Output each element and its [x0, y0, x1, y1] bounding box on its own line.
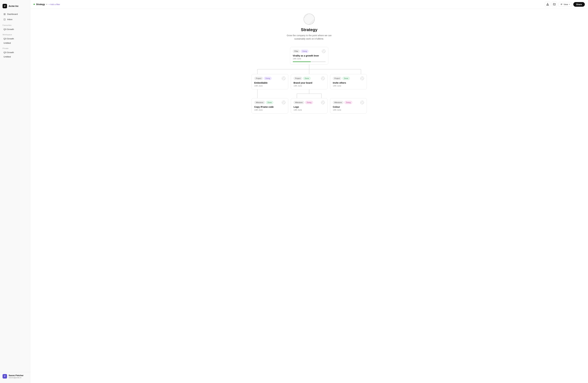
- milestones-row: Milestone Done Copy iFrame code 14th Jun…: [252, 98, 367, 113]
- section-label-favourites: Favourites: [0, 22, 30, 27]
- company-name: Acme Inc: [9, 5, 19, 7]
- dashboard-label: Dashboard: [7, 13, 18, 15]
- section-label-workspace: Workspace: [0, 31, 30, 37]
- user-avatar: P: [2, 374, 7, 379]
- svg-rect-2: [547, 5, 548, 5]
- sidebar-footer[interactable]: P Saxon Fletcher saxon@poda.io: [0, 372, 30, 381]
- sidebar-item-priv-q3[interactable]: Q3 Growth: [1, 50, 29, 55]
- milestone-badge-2: Milestone: [333, 101, 343, 104]
- chevron-down-icon[interactable]: ▾: [46, 3, 47, 5]
- milestone-title-1: Logo: [294, 106, 325, 108]
- project-badge-1: Project: [294, 77, 302, 80]
- user-info: Saxon Fletcher saxon@poda.io: [9, 374, 23, 379]
- milestone-1-icon: [321, 101, 325, 104]
- pillar-progress-fill: [293, 62, 311, 62]
- topbar-right: View ▾ Share: [545, 1, 585, 7]
- project-2-icon: [360, 76, 364, 80]
- milestone-badge-1: Milestone: [294, 101, 304, 104]
- main-area: Strategy ▾ + Add a filter: [30, 0, 588, 383]
- sidebar-item-ws-q3[interactable]: Q3 Growth: [1, 37, 29, 41]
- strategy-tree: Pillar Doing Virality as a growth lever …: [221, 47, 397, 113]
- svg-rect-0: [547, 3, 548, 4]
- project-date-0: 14th June: [254, 85, 286, 87]
- sidebar: P Acme Inc ⊞ Dashboard ⊡ Inbox Favourite…: [0, 0, 30, 383]
- share-button[interactable]: Share: [573, 2, 585, 7]
- add-filter-button[interactable]: + Add a filter: [48, 3, 60, 6]
- project-card-2[interactable]: Project Done Invite others 14th June: [330, 74, 367, 89]
- milestone-card-0[interactable]: Milestone Done Copy iFrame code 14th Jun…: [252, 98, 288, 113]
- milestone-badge-0: Milestone: [254, 101, 265, 104]
- project-title-2: Invite others: [333, 82, 364, 84]
- project-badge-2: Project: [333, 77, 341, 80]
- pillar-card[interactable]: Pillar Doing Virality as a growth lever …: [290, 47, 328, 64]
- inbox-label: Inbox: [7, 18, 12, 21]
- view-chevron-icon: ▾: [569, 3, 570, 5]
- projects-row: Project Doing Embeddable 14th June Proje…: [252, 74, 367, 89]
- milestone-card-2[interactable]: Milestone Doing Colour 14th June: [330, 98, 367, 113]
- sidebar-logo[interactable]: P Acme Inc: [0, 2, 30, 11]
- milestone-date-0: 14th June: [254, 109, 286, 111]
- svg-marker-9: [553, 3, 555, 5]
- connector-projects-milestones: [221, 89, 397, 98]
- view-label: View: [564, 3, 568, 6]
- inbox-icon: ⊡: [3, 18, 6, 21]
- status-dot: [34, 4, 35, 5]
- strategy-description: Grow the company to the point where we c…: [287, 34, 332, 41]
- svg-rect-1: [546, 5, 547, 5]
- page-title: Strategy: [36, 3, 45, 6]
- project-title-0: Embeddable: [254, 82, 286, 84]
- milestone-0-icon: [282, 101, 286, 104]
- project-1-icon: [321, 76, 325, 80]
- pillar-title: Virality as a growth lever: [293, 54, 326, 57]
- milestone-title-0: Copy iFrame code: [254, 106, 286, 108]
- pillar-progress-bar: [293, 62, 326, 62]
- milestone-card-1[interactable]: Milestone Doing Logo 14th June: [291, 98, 328, 113]
- milestone-date-2: 14th June: [333, 109, 364, 111]
- topbar: Strategy ▾ + Add a filter: [30, 0, 588, 9]
- doing-badge: Doing: [301, 50, 309, 53]
- milestone-status-1: Doing: [305, 101, 313, 104]
- milestone-status-0: Done: [266, 101, 273, 104]
- project-date-2: 14th June: [333, 85, 364, 87]
- project-card-1[interactable]: Project Done Brand your board 14th June: [291, 74, 328, 89]
- user-email: saxon@poda.io: [9, 377, 23, 379]
- sidebar-item-ws-untitled[interactable]: Untitled: [1, 41, 29, 45]
- content-area: Strategy Grow the company to the point w…: [30, 9, 588, 383]
- milestone-date-1: 14th June: [294, 109, 325, 111]
- svg-rect-3: [548, 5, 549, 5]
- milestone-title-2: Colour: [333, 106, 364, 108]
- milestone-status-2: Doing: [344, 101, 352, 104]
- user-name: Saxon Fletcher: [9, 374, 23, 377]
- sidebar-item-dashboard[interactable]: ⊞ Dashboard: [1, 11, 29, 17]
- project-badge-0: Project: [254, 77, 263, 80]
- topbar-left: Strategy ▾ + Add a filter: [34, 3, 543, 6]
- connector-pillar-projects: [221, 64, 397, 74]
- map-icon-button[interactable]: [552, 1, 557, 7]
- sidebar-item-inbox[interactable]: ⊡ Inbox: [1, 17, 29, 22]
- strategy-icon: [304, 14, 315, 25]
- project-title-1: Brand your board: [294, 82, 325, 84]
- project-0-icon: [282, 76, 286, 80]
- tree-icon-button[interactable]: [545, 1, 550, 7]
- strategy-header: Strategy Grow the company to the point w…: [287, 14, 332, 41]
- view-button[interactable]: View ▾: [558, 2, 572, 7]
- project-status-1: Done: [303, 77, 311, 80]
- project-status-0: Doing: [264, 77, 272, 80]
- project-card-0[interactable]: Project Doing Embeddable 14th June: [252, 74, 288, 89]
- pillar-date: 14th June: [293, 58, 326, 60]
- logo-avatar: P: [2, 4, 7, 8]
- dashboard-icon: ⊞: [3, 13, 6, 16]
- milestone-2-icon: [360, 101, 364, 104]
- strategy-title: Strategy: [301, 27, 317, 32]
- project-date-1: 14th June: [294, 85, 325, 87]
- sidebar-item-fav-q3[interactable]: Q3 Growth: [1, 27, 29, 31]
- sidebar-item-priv-untitled[interactable]: Untitled: [1, 55, 29, 59]
- pillar-no-icon: [322, 49, 326, 53]
- section-label-private: Private: [0, 45, 30, 50]
- project-status-2: Done: [342, 77, 350, 80]
- pillar-badge: Pillar: [293, 50, 300, 53]
